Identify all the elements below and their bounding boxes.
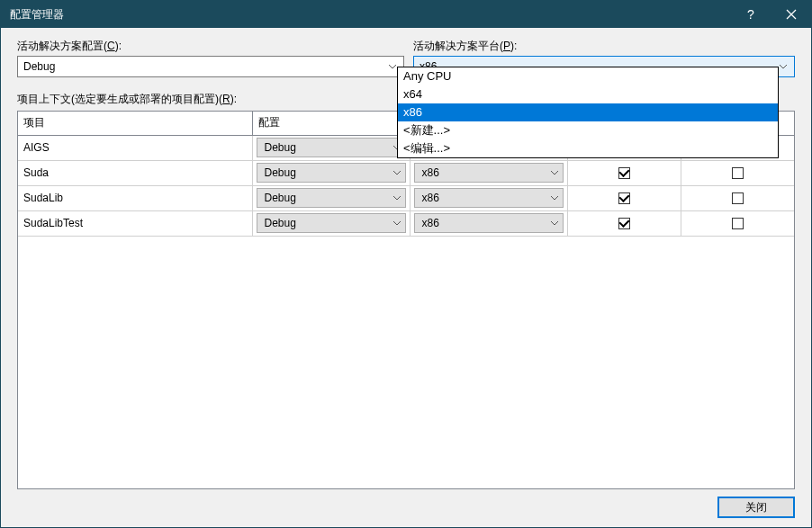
deploy-checkbox[interactable] xyxy=(732,192,744,204)
deploy-cell xyxy=(681,210,794,236)
config-value: Debug xyxy=(265,217,391,229)
config-value: Debug xyxy=(265,192,391,204)
config-value: Debug xyxy=(265,166,391,179)
config-cell: Debug xyxy=(252,210,410,236)
col-project[interactable]: 项目 xyxy=(18,112,252,135)
footer: 关闭 xyxy=(17,489,795,518)
build-checkbox[interactable] xyxy=(618,167,630,179)
close-window-button[interactable] xyxy=(771,1,811,28)
table-row: SudaLibDebugx86 xyxy=(18,185,794,210)
chevron-down-icon xyxy=(548,196,561,201)
build-checkbox[interactable] xyxy=(618,218,630,229)
dropdown-item[interactable]: <新建...> xyxy=(398,121,778,139)
project-cell: Suda xyxy=(18,160,252,185)
solution-config-combo[interactable]: Debug xyxy=(17,56,404,77)
config-combo[interactable]: Debug xyxy=(257,188,406,208)
solution-config-value: Debug xyxy=(23,60,385,73)
platform-dropdown[interactable]: Any CPUx64x86<新建...><编辑...> xyxy=(397,67,779,158)
config-cell: Debug xyxy=(252,135,410,160)
platform-cell: x86 xyxy=(410,185,567,210)
dropdown-item[interactable]: <编辑...> xyxy=(398,139,778,157)
help-button[interactable]: ? xyxy=(730,1,771,28)
chevron-down-icon xyxy=(391,171,403,175)
config-cell: Debug xyxy=(252,185,410,210)
chevron-down-icon xyxy=(391,196,403,201)
close-button[interactable]: 关闭 xyxy=(717,497,795,518)
content-area: 活动解决方案配置(C): Debug 活动解决方案平台(P): x86 xyxy=(1,28,811,527)
project-cell: SudaLibTest xyxy=(18,210,252,236)
col-config[interactable]: 配置 xyxy=(252,112,410,135)
table-row: SudaDebugx86 xyxy=(18,160,794,185)
config-combo[interactable]: Debug xyxy=(257,163,406,183)
svg-text:?: ? xyxy=(747,8,754,21)
chevron-down-icon xyxy=(548,221,561,226)
platform-combo[interactable]: x86 xyxy=(414,163,564,183)
build-cell xyxy=(567,210,681,236)
build-cell xyxy=(567,185,681,210)
titlebar: 配置管理器 ? xyxy=(1,1,811,28)
deploy-checkbox[interactable] xyxy=(732,218,744,229)
build-cell xyxy=(567,160,681,185)
configuration-manager-window: 配置管理器 ? 活动解决方案配置(C): Debug xyxy=(0,0,812,528)
config-cell: Debug xyxy=(252,160,410,185)
platform-value: x86 xyxy=(422,166,548,179)
platform-value: x86 xyxy=(422,192,548,204)
platform-cell: x86 xyxy=(410,210,567,236)
project-cell: SudaLib xyxy=(18,185,252,210)
chevron-down-icon xyxy=(548,171,561,175)
project-cell: AIGS xyxy=(18,135,252,160)
solution-platform-label: 活动解决方案平台(P): xyxy=(413,39,795,54)
dropdown-item[interactable]: Any CPU xyxy=(398,67,778,85)
dropdown-item[interactable]: x64 xyxy=(398,85,778,103)
deploy-checkbox[interactable] xyxy=(732,167,744,179)
solution-config-group: 活动解决方案配置(C): Debug xyxy=(17,39,404,77)
build-checkbox[interactable] xyxy=(618,192,630,204)
platform-value: x86 xyxy=(422,217,548,229)
deploy-cell xyxy=(681,160,794,185)
config-combo[interactable]: Debug xyxy=(257,213,406,233)
solution-config-label: 活动解决方案配置(C): xyxy=(17,39,404,54)
deploy-cell xyxy=(681,185,794,210)
config-combo[interactable]: Debug xyxy=(257,138,406,157)
project-grid: 项目 配置 平台 生成 部署 AIGSDebugx86SudaDebugx86S… xyxy=(17,111,795,489)
window-title: 配置管理器 xyxy=(10,7,730,22)
platform-combo[interactable]: x86 xyxy=(414,188,564,208)
config-value: Debug xyxy=(265,141,391,154)
platform-cell: x86 xyxy=(410,160,567,185)
chevron-down-icon xyxy=(391,221,403,226)
dropdown-item[interactable]: x86 xyxy=(398,103,778,121)
platform-combo[interactable]: x86 xyxy=(414,213,564,233)
table-row: SudaLibTestDebugx86 xyxy=(18,210,794,236)
